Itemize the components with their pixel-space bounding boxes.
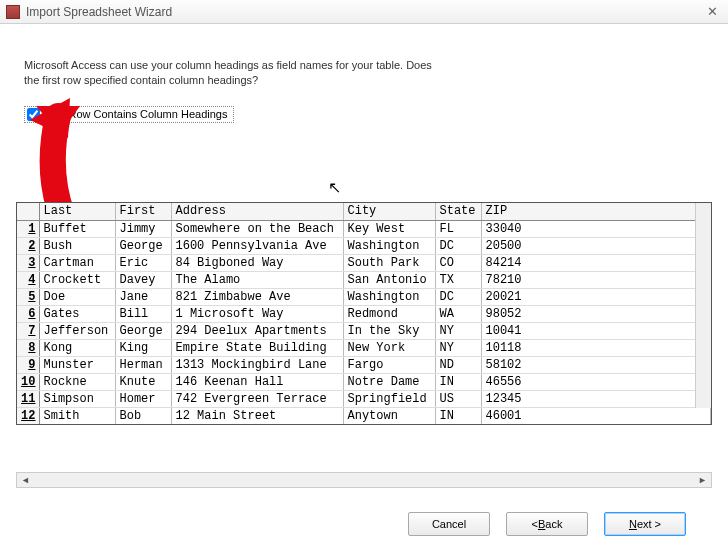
table-row[interactable]: 10RockneKnute146 Keenan HallNotre DameIN…	[17, 373, 711, 390]
table-row[interactable]: 2BushGeorge1600 Pennsylvania AveWashingt…	[17, 237, 711, 254]
wizard-button-row: Cancel < Back Next >	[0, 512, 728, 536]
window-title: Import Spreadsheet Wizard	[26, 5, 703, 19]
cell: George	[115, 322, 171, 339]
cell: Springfield	[343, 390, 435, 407]
cell: CO	[435, 254, 481, 271]
col-header[interactable]: First	[115, 203, 171, 220]
cell: DC	[435, 237, 481, 254]
col-header[interactable]: Address	[171, 203, 343, 220]
cell: New York	[343, 339, 435, 356]
cell: Gates	[39, 305, 115, 322]
cell: 78210	[481, 271, 711, 288]
cell: Washington	[343, 237, 435, 254]
cell: 46556	[481, 373, 711, 390]
cell: 12345	[481, 390, 711, 407]
back-button[interactable]: < Back	[506, 512, 588, 536]
row-number: 12	[17, 407, 39, 424]
table-row[interactable]: 11SimpsonHomer742 Evergreen TerraceSprin…	[17, 390, 711, 407]
cell: TX	[435, 271, 481, 288]
first-row-headings-checkbox[interactable]	[27, 108, 40, 121]
cell: Doe	[39, 288, 115, 305]
row-number: 2	[17, 237, 39, 254]
row-number: 9	[17, 356, 39, 373]
cell: 1313 Mockingbird Lane	[171, 356, 343, 373]
row-number: 3	[17, 254, 39, 271]
table-row[interactable]: 5DoeJane821 Zimbabwe AveWashingtonDC2002…	[17, 288, 711, 305]
vertical-scrollbar[interactable]	[695, 203, 711, 408]
cell: Anytown	[343, 407, 435, 424]
cell: 98052	[481, 305, 711, 322]
cell: WA	[435, 305, 481, 322]
cell: George	[115, 237, 171, 254]
preview-table: Last First Address City State ZIP 1Buffe…	[17, 203, 711, 424]
cell: Somewhere on the Beach	[171, 220, 343, 237]
cell: ND	[435, 356, 481, 373]
cell: NY	[435, 339, 481, 356]
row-number: 10	[17, 373, 39, 390]
horizontal-scrollbar[interactable]: ◄ ►	[16, 472, 712, 488]
col-header[interactable]: Last	[39, 203, 115, 220]
cell: Key West	[343, 220, 435, 237]
cell: 46001	[481, 407, 711, 424]
cell: Washington	[343, 288, 435, 305]
row-number: 6	[17, 305, 39, 322]
table-row[interactable]: 9MunsterHerman1313 Mockingbird LaneFargo…	[17, 356, 711, 373]
app-icon	[6, 5, 20, 19]
cell: 1 Microsoft Way	[171, 305, 343, 322]
cell: Homer	[115, 390, 171, 407]
cell: Bush	[39, 237, 115, 254]
col-header[interactable]: ZIP	[481, 203, 711, 220]
cell: 742 Evergreen Terrace	[171, 390, 343, 407]
col-header[interactable]: City	[343, 203, 435, 220]
row-number: 5	[17, 288, 39, 305]
cell: 33040	[481, 220, 711, 237]
next-button[interactable]: Next >	[604, 512, 686, 536]
cell: King	[115, 339, 171, 356]
cell: 146 Keenan Hall	[171, 373, 343, 390]
cell: Fargo	[343, 356, 435, 373]
cell: Bob	[115, 407, 171, 424]
row-number: 8	[17, 339, 39, 356]
table-row[interactable]: 4CrockettDaveyThe AlamoSan AntonioTX7821…	[17, 271, 711, 288]
cell: Herman	[115, 356, 171, 373]
close-icon[interactable]: ✕	[703, 4, 722, 19]
first-row-headings-option[interactable]: First Row Contains Column Headings	[24, 106, 234, 123]
cell: IN	[435, 373, 481, 390]
cell: Davey	[115, 271, 171, 288]
table-row[interactable]: 8KongKingEmpire State BuildingNew YorkNY…	[17, 339, 711, 356]
cell: 20021	[481, 288, 711, 305]
cell: The Alamo	[171, 271, 343, 288]
table-row[interactable]: 6GatesBill1 Microsoft WayRedmondWA98052	[17, 305, 711, 322]
col-header[interactable]: State	[435, 203, 481, 220]
cancel-button[interactable]: Cancel	[408, 512, 490, 536]
cell: Jimmy	[115, 220, 171, 237]
title-bar: Import Spreadsheet Wizard ✕	[0, 0, 728, 24]
cell: Redmond	[343, 305, 435, 322]
cell: 12 Main Street	[171, 407, 343, 424]
cell: 10118	[481, 339, 711, 356]
cell: Simpson	[39, 390, 115, 407]
cell: DC	[435, 288, 481, 305]
table-row[interactable]: 7JeffersonGeorge294 Deelux ApartmentsIn …	[17, 322, 711, 339]
cell: Jefferson	[39, 322, 115, 339]
cell: South Park	[343, 254, 435, 271]
cell: Buffet	[39, 220, 115, 237]
cell: FL	[435, 220, 481, 237]
cell: Eric	[115, 254, 171, 271]
table-row[interactable]: 1BuffetJimmySomewhere on the BeachKey We…	[17, 220, 711, 237]
cell: US	[435, 390, 481, 407]
scroll-left-icon[interactable]: ◄	[17, 475, 34, 485]
data-preview-grid: Last First Address City State ZIP 1Buffe…	[16, 202, 712, 425]
row-number-header	[17, 203, 39, 220]
scroll-right-icon[interactable]: ►	[694, 475, 711, 485]
cell: Knute	[115, 373, 171, 390]
cell: 821 Zimbabwe Ave	[171, 288, 343, 305]
table-row[interactable]: 3CartmanEric84 Bigboned WaySouth ParkCO8…	[17, 254, 711, 271]
cell: Jane	[115, 288, 171, 305]
cell: Bill	[115, 305, 171, 322]
cell: San Antonio	[343, 271, 435, 288]
row-number: 1	[17, 220, 39, 237]
table-row[interactable]: 12SmithBob12 Main StreetAnytownIN46001	[17, 407, 711, 424]
instruction-text: Microsoft Access can use your column hea…	[24, 58, 444, 88]
row-number: 4	[17, 271, 39, 288]
